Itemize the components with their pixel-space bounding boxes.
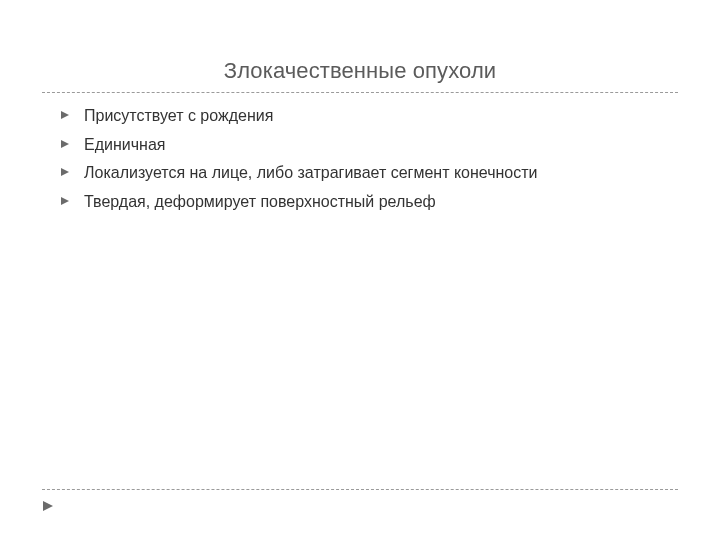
triangle-bullet-icon bbox=[60, 196, 70, 206]
list-item-text: Локализуется на лице, либо затрагивает с… bbox=[84, 162, 538, 184]
slide-title: Злокачественные опухоли bbox=[42, 58, 678, 84]
triangle-bullet-icon bbox=[60, 167, 70, 177]
title-underline bbox=[42, 92, 678, 93]
bullet-list: Присутствует с рождения Единичная Локали… bbox=[42, 105, 678, 212]
list-item: Присутствует с рождения bbox=[60, 105, 678, 127]
triangle-bullet-icon bbox=[60, 110, 70, 120]
footer-marker-icon bbox=[42, 500, 678, 512]
svg-marker-0 bbox=[61, 111, 69, 119]
list-item-text: Присутствует с рождения bbox=[84, 105, 273, 127]
list-item: Единичная bbox=[60, 134, 678, 156]
svg-marker-4 bbox=[43, 501, 53, 511]
triangle-bullet-icon bbox=[60, 139, 70, 149]
list-item: Твердая, деформирует поверхностный релье… bbox=[60, 191, 678, 213]
list-item: Локализуется на лице, либо затрагивает с… bbox=[60, 162, 678, 184]
list-item-text: Твердая, деформирует поверхностный релье… bbox=[84, 191, 436, 213]
slide-footer bbox=[42, 489, 678, 512]
svg-marker-1 bbox=[61, 140, 69, 148]
list-item-text: Единичная bbox=[84, 134, 165, 156]
slide: Злокачественные опухоли Присутствует с р… bbox=[0, 0, 720, 540]
svg-marker-3 bbox=[61, 197, 69, 205]
svg-marker-2 bbox=[61, 168, 69, 176]
footer-rule bbox=[42, 489, 678, 490]
